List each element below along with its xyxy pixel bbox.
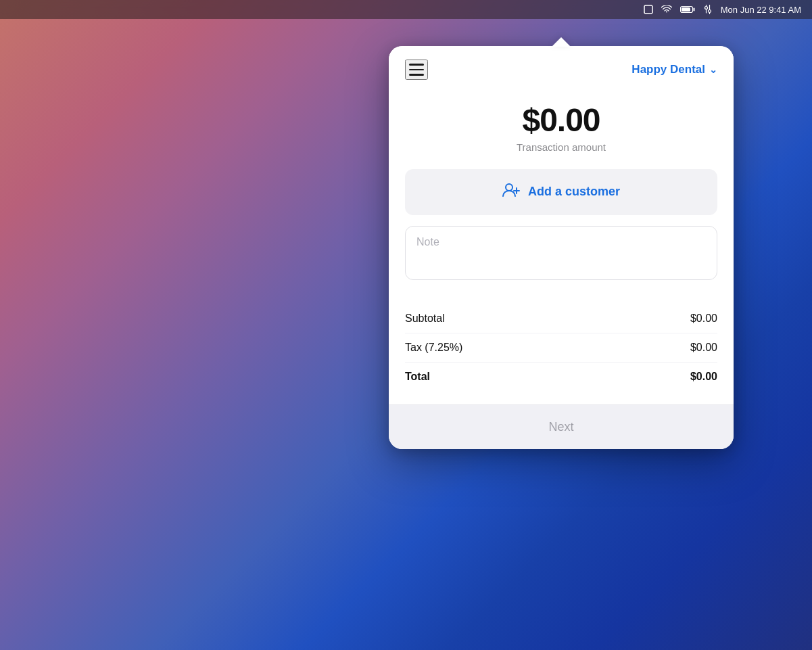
amount-section: $0.00 Transaction amount (389, 91, 734, 169)
modal-caret (552, 37, 571, 47)
add-customer-label: Add a customer (528, 185, 620, 199)
tax-label: Tax (7.25%) (405, 342, 462, 354)
transaction-amount-label: Transaction amount (517, 141, 606, 153)
note-container (405, 226, 717, 283)
add-person-icon (502, 183, 520, 202)
hamburger-line-1 (409, 64, 424, 66)
tax-value: $0.00 (690, 342, 717, 354)
menubar: Mon Jun 22 9:41 AM (0, 0, 812, 19)
svg-rect-0 (644, 5, 652, 14)
battery-icon (680, 5, 695, 14)
modal-header: Happy Dental ⌄ (389, 46, 734, 91)
add-customer-button[interactable]: Add a customer (405, 169, 717, 215)
total-label: Total (405, 371, 430, 383)
subtotal-row: Subtotal $0.00 (405, 304, 717, 333)
subtotal-value: $0.00 (690, 312, 717, 325)
next-button[interactable]: Next (389, 404, 734, 449)
chevron-down-icon: ⌄ (709, 64, 717, 75)
hamburger-line-3 (409, 74, 424, 76)
menubar-datetime: Mon Jun 22 9:41 AM (721, 5, 801, 15)
menu-button[interactable] (405, 60, 428, 80)
brand-name: Happy Dental (631, 63, 705, 76)
tax-row: Tax (7.25%) $0.00 (405, 333, 717, 362)
square-icon (644, 5, 653, 14)
summary-section: Subtotal $0.00 Tax (7.25%) $0.00 Total $… (389, 299, 734, 404)
note-input[interactable] (405, 226, 717, 280)
transaction-amount: $0.00 (522, 101, 600, 139)
svg-rect-2 (693, 8, 694, 11)
total-value: $0.00 (690, 371, 717, 383)
brand-selector[interactable]: Happy Dental ⌄ (631, 63, 717, 76)
svg-point-4 (704, 7, 707, 9)
total-row: Total $0.00 (405, 362, 717, 391)
control-center-icon[interactable] (703, 5, 713, 14)
svg-rect-3 (682, 7, 690, 11)
hamburger-line-2 (409, 69, 424, 71)
subtotal-label: Subtotal (405, 312, 445, 325)
svg-point-10 (506, 184, 512, 191)
modal-card: Happy Dental ⌄ $0.00 Transaction amount … (389, 46, 734, 449)
modal-container: Happy Dental ⌄ $0.00 Transaction amount … (389, 37, 734, 449)
wifi-icon (661, 5, 672, 14)
